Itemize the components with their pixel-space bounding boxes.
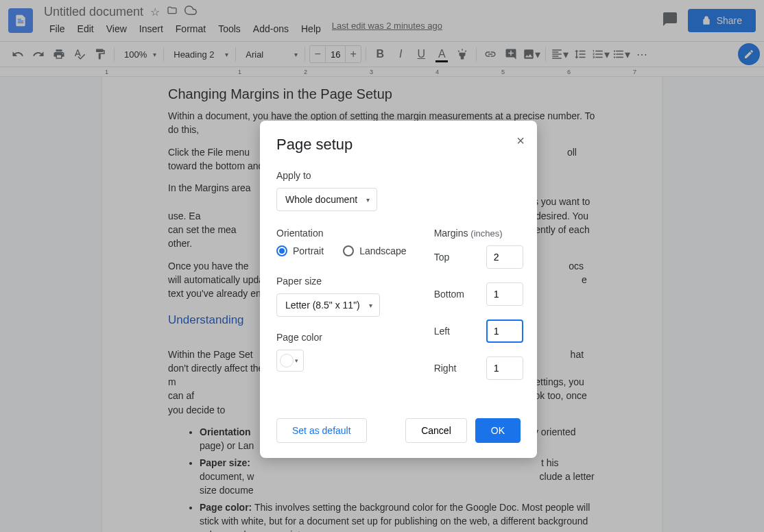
paper-size-label: Paper size — [276, 276, 407, 287]
paper-size-select[interactable]: Letter (8.5" x 11") — [276, 293, 380, 317]
margin-top-label: Top — [434, 252, 450, 263]
orientation-label: Orientation — [276, 228, 407, 239]
margin-top-input[interactable] — [486, 245, 523, 269]
close-icon[interactable]: × — [516, 133, 525, 149]
page-color-select[interactable] — [276, 350, 304, 372]
apply-to-select[interactable]: Whole document — [276, 188, 377, 211]
margins-label: Margins (inches) — [434, 228, 523, 239]
radio-icon — [343, 245, 354, 256]
margin-bottom-input[interactable] — [486, 282, 523, 306]
page-color-label: Page color — [276, 332, 407, 343]
margin-right-input[interactable] — [486, 356, 523, 380]
margin-bottom-label: Bottom — [434, 289, 464, 300]
dialog-title: Page setup — [276, 136, 521, 154]
margin-right-label: Right — [434, 363, 457, 374]
radio-icon — [276, 245, 287, 256]
apply-to-label: Apply to — [276, 170, 521, 181]
cancel-button[interactable]: Cancel — [405, 418, 467, 443]
margin-left-input[interactable] — [486, 319, 523, 343]
margin-left-label: Left — [434, 326, 450, 337]
orientation-landscape[interactable]: Landscape — [343, 245, 407, 256]
orientation-portrait[interactable]: Portrait — [276, 245, 324, 256]
page-setup-dialog: Page setup × Apply to Whole document Ori… — [260, 121, 537, 458]
set-default-button[interactable]: Set as default — [276, 418, 367, 443]
ok-button[interactable]: OK — [475, 418, 521, 443]
